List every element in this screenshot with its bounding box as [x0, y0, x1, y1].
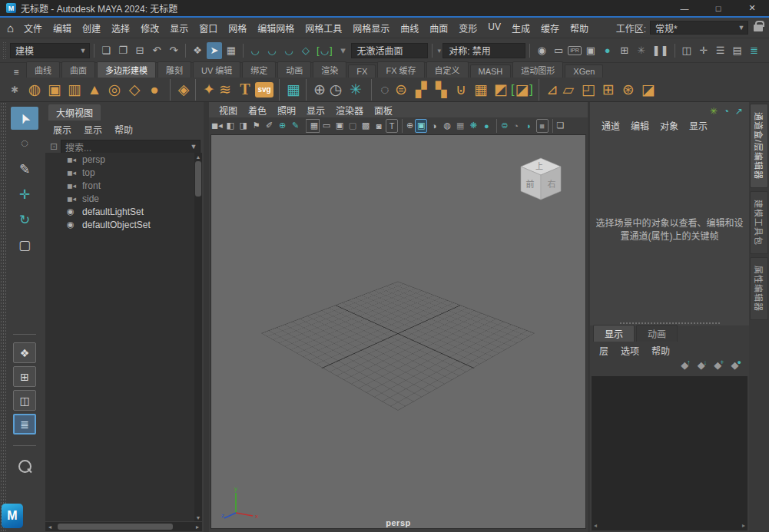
textured-icon[interactable]: ◑	[428, 119, 440, 133]
scroll-up-icon[interactable]: ▲	[194, 153, 202, 160]
duplicate-icon[interactable]: ▞	[411, 79, 431, 101]
combine-icon[interactable]: ⊍	[451, 79, 471, 101]
home-icon[interactable]: ⌂	[7, 21, 14, 35]
active-surface-field[interactable]: 无激活曲面	[351, 43, 428, 58]
smooth-shade-icon[interactable]: ▣	[415, 119, 427, 133]
snap-options-arrow[interactable]: ▾	[336, 42, 351, 59]
lock-icon[interactable]	[754, 25, 763, 31]
attribute-spreadsheet-icon[interactable]: ☰	[713, 42, 728, 59]
select-object-icon[interactable]: ➤	[207, 42, 222, 59]
shelf-tab[interactable]: XGen	[565, 64, 603, 78]
shelf-tab[interactable]: 雕刻	[157, 61, 191, 78]
viewport-menu-item[interactable]: 面板	[369, 104, 398, 117]
toolbox-grip[interactable]	[0, 102, 7, 532]
select-tool[interactable]: ➤	[11, 107, 38, 130]
layout-four-pane-button[interactable]: ⊞	[13, 366, 36, 387]
shelf-tab[interactable]: FX 缓存	[377, 61, 424, 78]
exposure-icon[interactable]: ◔	[510, 119, 522, 133]
poly-cone-icon[interactable]: ▲	[85, 79, 104, 101]
viewport-menu-item[interactable]: 着色	[243, 104, 272, 117]
poly-cylinder-icon[interactable]: ▥	[65, 79, 85, 101]
snap-view-plane-icon[interactable]: ◡	[315, 42, 334, 59]
outliner-vertical-scrollbar[interactable]: ▲ ▼	[194, 153, 202, 521]
chevron-down-icon[interactable]: ▼	[77, 47, 89, 55]
minimize-button[interactable]: —	[668, 0, 701, 16]
menu-item[interactable]: 网格显示	[347, 21, 395, 35]
outliner-horizontal-scrollbar[interactable]: ◂ ▸	[45, 522, 202, 531]
shelf-tab[interactable]: 动画	[277, 61, 311, 78]
menu-item[interactable]: 编辑	[48, 21, 77, 35]
zero-transform-icon[interactable]: ✳	[346, 79, 366, 101]
menu-item[interactable]: 曲线	[395, 21, 424, 35]
quad-draw-icon[interactable]: ◌	[371, 79, 391, 101]
viewport-camera-icon[interactable]: ◼◂	[210, 119, 224, 133]
layer-move-up-icon[interactable]: ◆↑	[681, 359, 691, 371]
lasso-select-tool[interactable]: ◌	[11, 132, 38, 155]
wheel-icon[interactable]: ⊛	[618, 79, 638, 101]
layer-editor-tab[interactable]: 动画	[636, 325, 678, 342]
viewport-menu-item[interactable]: 照明	[272, 104, 301, 117]
move-tool[interactable]: ✛	[11, 183, 38, 206]
menu-set-selector[interactable]: 建模 ▼	[10, 43, 90, 58]
sidebar-tab-attribute-editor[interactable]: 属性编辑器	[750, 257, 768, 320]
sidebar-toggle-icon[interactable]: ≣	[747, 42, 762, 59]
mirror-icon[interactable]: ⊜	[391, 79, 411, 101]
list-item[interactable]: ◉ defaultLightSet	[45, 205, 202, 218]
ipr-render-icon[interactable]: IPR	[568, 46, 582, 55]
safe-action-icon[interactable]: ◙	[373, 119, 385, 133]
viewport-renderer-icon[interactable]: ■	[536, 119, 549, 133]
pause-viewport-icon[interactable]: ❚❚	[651, 42, 671, 59]
maximize-button[interactable]: □	[701, 0, 735, 16]
select-hierarchy-icon[interactable]: ❖	[190, 42, 205, 59]
channel-list-icon[interactable]: ▤	[730, 42, 745, 59]
scale-tool[interactable]: ▢	[11, 233, 38, 256]
pencil-icon[interactable]: ✎	[290, 119, 302, 133]
menu-item[interactable]: 生成	[506, 21, 535, 35]
layer-move-down-icon[interactable]: ◆↓	[698, 359, 708, 371]
menu-item[interactable]: 创建	[77, 21, 106, 35]
list-item[interactable]: ◉ defaultObjectSet	[45, 218, 202, 231]
rotate-tool[interactable]: ↻	[11, 208, 38, 231]
render-current-frame-icon[interactable]: ▭	[551, 42, 566, 59]
hypershade-icon[interactable]: ✳	[634, 42, 649, 59]
svg-icon[interactable]: svg	[255, 82, 273, 97]
menu-item[interactable]: 帮助	[565, 21, 594, 35]
open-render-view-icon[interactable]: ◉	[534, 42, 549, 59]
shelf-menu-icon[interactable]: ≡	[6, 67, 26, 78]
construction-plane-icon[interactable]: ⊕	[306, 79, 326, 101]
layout-outliner-persp-button[interactable]: ≣	[13, 414, 36, 435]
grid-toggle-icon[interactable]: ▦	[306, 119, 320, 133]
render-settings-icon[interactable]: ●	[600, 42, 615, 59]
menu-item[interactable]: 缓存	[535, 21, 565, 35]
viewport-menu-item[interactable]: 显示	[301, 104, 330, 117]
redo-icon[interactable]: ↷	[166, 42, 181, 59]
statusline-grip[interactable]	[2, 41, 8, 60]
shelf-tab[interactable]: FX	[348, 64, 376, 78]
poly-cube-icon[interactable]: ▣	[45, 79, 65, 101]
menu-item[interactable]: 编辑网格	[252, 21, 300, 35]
menu-item[interactable]: 显示	[164, 21, 194, 35]
menu-item[interactable]: 修改	[135, 21, 164, 35]
scroll-right-icon[interactable]: ▸	[193, 524, 202, 530]
contrast-icon[interactable]: ◗	[523, 119, 535, 133]
poly-sphere-icon[interactable]: ◍	[25, 79, 45, 101]
workspace-select[interactable]: 常规* ▼	[650, 21, 748, 35]
snap-point-icon[interactable]: ◡	[281, 42, 297, 59]
bevel-icon[interactable]: ◰	[578, 79, 598, 101]
scroll-right-icon[interactable]: ▸	[740, 522, 747, 530]
menu-item[interactable]: 选择	[106, 21, 135, 35]
pan-zoom-icon[interactable]: ⊕	[277, 119, 289, 133]
helix-icon[interactable]: ≋	[215, 79, 235, 101]
scroll-left-icon[interactable]: ◂	[592, 522, 599, 530]
layer-editor-menu-item[interactable]: 选项	[616, 343, 644, 356]
menu-item[interactable]: 网格工具	[300, 21, 347, 35]
snap-curve-icon[interactable]: ◡	[264, 42, 280, 59]
layout-single-pane-button[interactable]: ❖	[13, 342, 36, 363]
quad-mesh-icon[interactable]: ▱	[559, 79, 578, 101]
viewport-3d-view[interactable]: 上 前 右 y x z persp	[210, 134, 586, 529]
viewport-menu-item[interactable]: 视图	[214, 104, 243, 117]
menu-item[interactable]: 变形	[453, 21, 482, 35]
channel-box-menu-item[interactable]: 编辑	[625, 119, 655, 132]
undo-icon[interactable]: ↶	[149, 42, 164, 59]
magnifier-icon[interactable]	[17, 460, 32, 475]
